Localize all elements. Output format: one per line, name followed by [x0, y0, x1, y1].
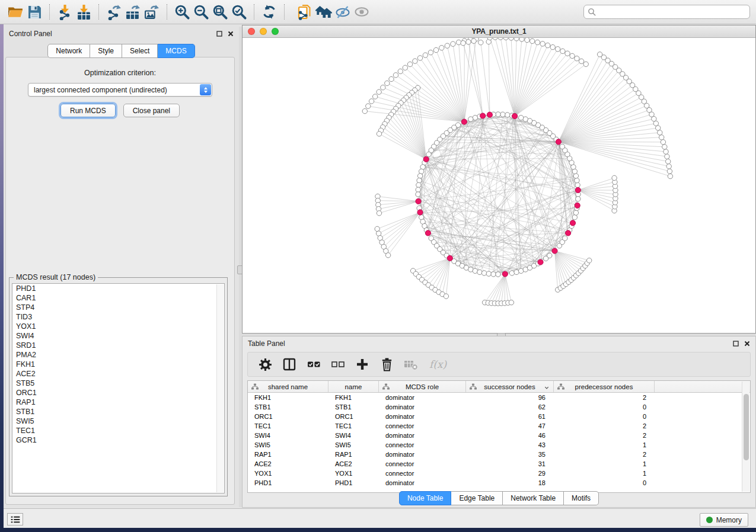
graph-node[interactable] — [666, 159, 671, 164]
sort-chevron-icon[interactable] — [544, 384, 550, 392]
graph-node[interactable] — [377, 211, 381, 216]
mcds-result-item[interactable]: SWI4 — [12, 331, 224, 341]
export-network-icon[interactable] — [104, 2, 123, 21]
graph-node[interactable] — [451, 41, 455, 46]
graph-node[interactable] — [583, 62, 588, 66]
search-box[interactable] — [583, 5, 750, 19]
close-window-icon[interactable] — [248, 28, 255, 35]
graph-node-mcds[interactable] — [461, 119, 467, 124]
graph-node[interactable] — [612, 175, 617, 180]
minimize-window-icon[interactable] — [260, 28, 267, 35]
network-canvas[interactable] — [243, 38, 755, 333]
tab-node-table[interactable]: Node Table — [399, 491, 452, 505]
graph-node[interactable] — [473, 268, 477, 273]
graph-node[interactable] — [656, 126, 661, 130]
graph-node[interactable] — [456, 40, 461, 44]
table-row[interactable]: RAP1RAP1dominator352 — [248, 450, 750, 459]
graph-node[interactable] — [419, 169, 424, 174]
list-scrollbar[interactable] — [216, 284, 224, 492]
tab-motifs[interactable]: Motifs — [564, 491, 599, 505]
graph-node[interactable] — [417, 178, 422, 182]
network-window-titlebar[interactable]: YPA_prune.txt_1 — [243, 25, 755, 38]
run-mcds-button[interactable]: Run MCDS — [60, 104, 116, 117]
graph-node[interactable] — [519, 38, 524, 41]
mcds-result-item[interactable]: PHD1 — [12, 284, 224, 293]
graph-node-mcds[interactable] — [480, 113, 486, 118]
graph-node-mcds[interactable] — [447, 255, 452, 261]
graph-node[interactable] — [477, 270, 482, 274]
folder-open-icon[interactable] — [6, 2, 25, 21]
mcds-result-item[interactable]: CAR1 — [12, 293, 224, 303]
graph-node[interactable] — [658, 130, 662, 135]
graph-node[interactable] — [498, 38, 503, 40]
mcds-result-item[interactable]: STB5 — [12, 379, 224, 388]
graph-node[interactable] — [514, 270, 519, 274]
graph-node[interactable] — [573, 210, 578, 215]
mcds-result-item[interactable]: TEC1 — [12, 426, 224, 435]
add-icon[interactable] — [355, 357, 370, 372]
column-header-shared-name[interactable]: shared name — [248, 381, 328, 392]
graph-node-mcds[interactable] — [425, 230, 430, 236]
graph-node[interactable] — [423, 53, 428, 57]
graph-node[interactable] — [664, 149, 668, 154]
save-icon[interactable] — [25, 2, 44, 21]
graph-node[interactable] — [500, 112, 505, 117]
graph-node-mcds[interactable] — [487, 112, 492, 117]
split-columns-icon[interactable] — [282, 357, 297, 372]
close-panel-icon[interactable] — [744, 341, 750, 347]
clone-network-icon[interactable] — [295, 2, 314, 21]
float-panel-icon[interactable] — [216, 31, 222, 37]
tab-edge-table[interactable]: Edge Table — [451, 491, 503, 505]
graph-node-mcds[interactable] — [570, 220, 575, 226]
graph-node[interactable] — [493, 38, 497, 40]
graph-node[interactable] — [597, 52, 602, 57]
graph-node[interactable] — [560, 49, 565, 53]
table-row[interactable]: SWI4SWI4dominator462 — [248, 431, 750, 440]
graph-node[interactable] — [471, 39, 476, 43]
graph-node[interactable] — [486, 271, 491, 276]
eye-icon[interactable] — [352, 2, 371, 21]
graph-node-mcds[interactable] — [417, 210, 423, 215]
table-row[interactable]: YOX1YOX1connector291 — [248, 469, 750, 478]
task-history-button[interactable] — [7, 513, 23, 525]
graph-node[interactable] — [377, 89, 381, 94]
graph-node[interactable] — [369, 99, 374, 104]
tab-network-table[interactable]: Network Table — [503, 491, 564, 505]
graph-node[interactable] — [535, 40, 540, 44]
mcds-result-item[interactable]: SWI5 — [12, 416, 224, 426]
graph-node[interactable] — [576, 197, 580, 201]
gear-icon[interactable] — [257, 357, 273, 372]
column-header-MCDS-role[interactable]: MCDS role — [379, 381, 466, 392]
graph-node[interactable] — [503, 38, 508, 40]
graph-node[interactable] — [461, 41, 465, 46]
maximize-window-icon[interactable] — [272, 28, 279, 35]
refresh-icon[interactable] — [260, 2, 279, 21]
graph-node-mcds[interactable] — [552, 248, 557, 254]
table-row[interactable]: STB1STB1dominator620 — [248, 402, 750, 412]
graph-node[interactable] — [373, 94, 378, 99]
graph-node[interactable] — [547, 253, 552, 258]
mcds-result-item[interactable]: TID3 — [12, 312, 224, 322]
column-header-predecessor-nodes[interactable]: predecessor nodes — [554, 381, 655, 392]
float-panel-icon[interactable] — [733, 341, 739, 347]
graph-node[interactable] — [481, 271, 486, 275]
graph-node[interactable] — [575, 56, 579, 61]
graph-node[interactable] — [525, 38, 529, 43]
graph-node[interactable] — [417, 174, 422, 178]
tab-select[interactable]: Select — [122, 44, 158, 58]
graph-node[interactable] — [407, 62, 412, 66]
graph-node[interactable] — [491, 272, 496, 277]
graph-node-mcds[interactable] — [575, 203, 580, 208]
graph-node-mcds[interactable] — [538, 259, 543, 265]
column-header-name[interactable]: name — [328, 381, 379, 392]
import-table-icon[interactable] — [74, 2, 93, 21]
eye-slash-icon[interactable] — [333, 2, 352, 21]
graph-node[interactable] — [575, 182, 580, 187]
select-checks-icon[interactable] — [306, 357, 321, 372]
table-row[interactable]: PHD1PHD1dominator180 — [248, 478, 750, 488]
graph-node[interactable] — [393, 73, 398, 78]
graph-node[interactable] — [426, 152, 431, 156]
graph-node[interactable] — [573, 174, 578, 178]
zoom-in-icon[interactable] — [173, 2, 192, 21]
table-scrollbar-thumb[interactable] — [744, 394, 749, 460]
